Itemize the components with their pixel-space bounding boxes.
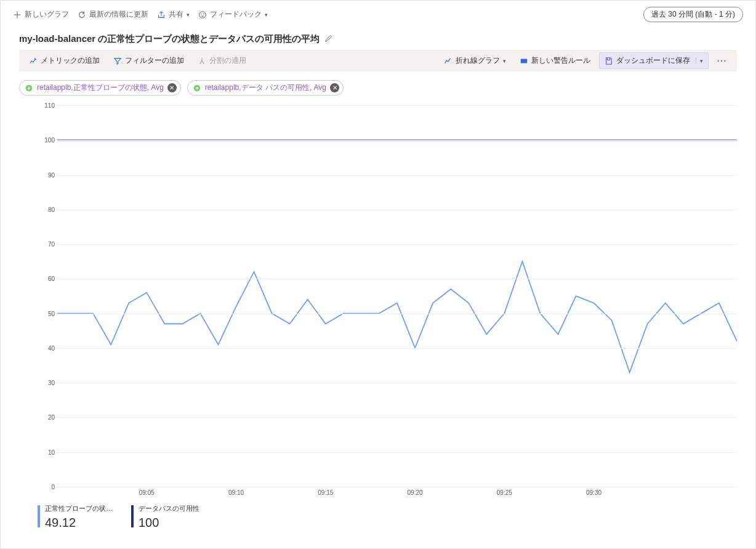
filter-icon [113, 57, 122, 65]
smiley-icon [198, 10, 207, 19]
legend-item[interactable]: データパスの可用性 100 [131, 504, 199, 530]
refresh-icon [78, 10, 86, 19]
legend-series-value: 100 [139, 516, 199, 530]
time-range-label: 過去 30 分間 (自動 - 1 分) [651, 10, 735, 18]
chevron-down-icon: ▾ [503, 58, 506, 64]
gridline [57, 175, 737, 176]
more-button[interactable]: ··· [712, 54, 732, 68]
chart-title: my-load-balancer の正常性プローブの状態とデータパスの可用性の平… [19, 33, 320, 45]
add-filter-label: フィルターの追加 [125, 55, 184, 66]
y-axis-tick-label: 20 [30, 414, 55, 421]
share-icon [157, 10, 166, 19]
new-chart-button[interactable]: 新しいグラフ [13, 9, 69, 20]
gridline [57, 487, 737, 487]
remove-metric-button[interactable]: ✕ [330, 83, 339, 92]
y-axis-tick-label: 70 [30, 241, 55, 248]
chart-legend: 正常性プローブの状態... 49.12 データパスの可用性 100 [38, 504, 199, 530]
svg-point-1 [201, 14, 202, 14]
y-axis-tick-label: 90 [30, 171, 55, 178]
gridline [57, 314, 737, 314]
metric-icon [29, 57, 38, 65]
svg-point-2 [203, 14, 204, 14]
chart-toolbar: メトリックの追加 フィルターの追加 分割の適用 折れ線グラフ ▾ 新しい警告ルー… [19, 50, 737, 71]
gridline [57, 140, 737, 140]
new-alert-label: 新しい警告ルール [531, 55, 590, 66]
refresh-label: 最新の情報に更新 [89, 9, 148, 20]
legend-series-value: 49.12 [45, 516, 113, 530]
chart-type-label: 折れ線グラフ [456, 55, 500, 66]
chart-type-button[interactable]: 折れ線グラフ ▾ [439, 53, 511, 68]
legend-color-swatch [131, 505, 134, 527]
apply-split-button: 分割の適用 [193, 53, 251, 68]
add-filter-button[interactable]: フィルターの追加 [108, 53, 189, 68]
gridline [57, 383, 737, 383]
save-dashboard-button[interactable]: ダッシュボードに保存 ▾ [599, 52, 709, 69]
chevron-down-icon: ▾ [187, 12, 190, 18]
new-alert-button[interactable]: 新しい警告ルール [515, 53, 595, 68]
y-axis-tick-label: 30 [30, 380, 55, 386]
svg-rect-3 [521, 59, 528, 63]
x-axis-tick-label: 09:05 [139, 489, 155, 496]
chevron-down-icon: ▾ [265, 12, 268, 18]
feedback-button[interactable]: フィードバック ▾ [198, 9, 268, 20]
x-axis-tick-label: 09:15 [318, 489, 333, 496]
y-axis-tick-label: 40 [30, 344, 55, 351]
gridline [57, 209, 737, 210]
svg-point-0 [199, 11, 206, 18]
x-axis-tick-label: 09:25 [497, 489, 512, 496]
gridline [57, 348, 737, 349]
chart-area: 010203040506070809010011009:0509:1009:15… [19, 105, 737, 487]
y-axis-tick-label: 10 [30, 449, 55, 455]
alert-icon [520, 57, 528, 65]
metric-pill[interactable]: retailapplb,正常性プローブの状態, Avg ✕ [19, 80, 181, 96]
pencil-icon [324, 34, 333, 43]
plus-icon [13, 10, 22, 19]
y-axis-tick-label: 100 [30, 137, 55, 144]
new-chart-label: 新しいグラフ [25, 9, 69, 20]
line-chart-icon [444, 57, 452, 65]
save-icon [605, 57, 613, 65]
metric-pill-label: retailapplb,正常性プローブの状態, Avg [37, 83, 164, 93]
y-axis-tick-label: 50 [30, 310, 55, 317]
save-dashboard-label: ダッシュボードに保存 [616, 55, 690, 66]
remove-metric-button[interactable]: ✕ [167, 83, 177, 92]
legend-series-name: データパスの可用性 [139, 504, 199, 513]
metric-pill[interactable]: retailapplb,データ パスの可用性, Avg ✕ [187, 80, 344, 96]
time-range-picker[interactable]: 過去 30 分間 (自動 - 1 分) [643, 7, 743, 22]
add-metric-label: メトリックの追加 [41, 55, 100, 66]
refresh-button[interactable]: 最新の情報に更新 [78, 9, 148, 20]
gridline [57, 244, 737, 245]
legend-color-swatch [38, 505, 40, 527]
y-axis-tick-label: 110 [30, 102, 55, 109]
gridline [57, 279, 737, 279]
gridline [57, 452, 737, 453]
top-toolbar: 新しいグラフ 最新の情報に更新 共有 ▾ フィードバック ▾ 過去 30 分間 … [4, 4, 752, 25]
y-axis-tick-label: 80 [30, 206, 55, 213]
feedback-label: フィードバック [210, 9, 262, 20]
gridline [57, 105, 737, 106]
ellipsis-icon: ··· [717, 57, 727, 65]
chevron-down-icon: ▾ [696, 58, 703, 64]
metric-pills-row: retailapplb,正常性プローブの状態, Avg ✕ retailappl… [4, 71, 752, 96]
chart-title-row: my-load-balancer の正常性プローブの状態とデータパスの可用性の平… [4, 25, 752, 50]
metrics-page: 新しいグラフ 最新の情報に更新 共有 ▾ フィードバック ▾ 過去 30 分間 … [0, 0, 756, 549]
split-icon [198, 57, 206, 65]
y-axis-tick-label: 0 [30, 484, 55, 490]
metric-pill-label: retailapplb,データ パスの可用性, Avg [205, 83, 326, 93]
chart-series-line [57, 261, 737, 372]
edit-title-button[interactable] [324, 34, 333, 44]
legend-item[interactable]: 正常性プローブの状態... 49.12 [38, 504, 113, 530]
resource-icon [25, 84, 33, 92]
resource-icon [193, 84, 201, 92]
x-axis-tick-label: 09:10 [228, 489, 244, 496]
x-axis-tick-label: 09:20 [408, 489, 423, 496]
apply-split-label: 分割の適用 [209, 55, 246, 66]
share-label: 共有 [169, 9, 183, 20]
x-axis-tick-label: 09:30 [586, 489, 601, 496]
share-button[interactable]: 共有 ▾ [157, 9, 190, 20]
chart-svg [57, 105, 737, 487]
y-axis-tick-label: 60 [30, 275, 55, 282]
gridline [57, 417, 737, 418]
add-metric-button[interactable]: メトリックの追加 [24, 53, 105, 68]
legend-series-name: 正常性プローブの状態... [45, 504, 113, 513]
